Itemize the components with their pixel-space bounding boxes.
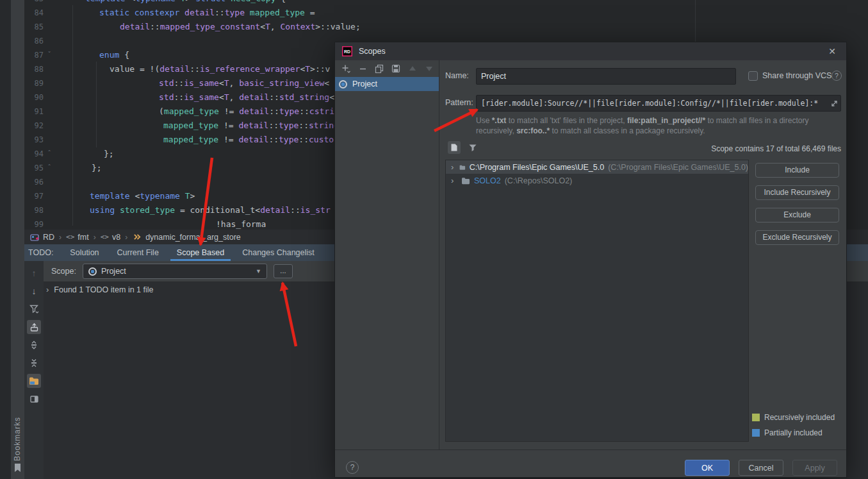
breadcrumb-label: v8	[112, 233, 120, 242]
move-up-icon[interactable]	[407, 63, 418, 74]
scope-details-panel: Name: Project Share through VCS ? Patter…	[439, 60, 848, 450]
preview-source-icon[interactable]	[27, 392, 41, 406]
solution-icon	[29, 232, 40, 242]
bookmark-icon[interactable]	[13, 464, 22, 475]
tree-row-solo2[interactable]: › SOLO2 (C:\Repos\SOLO2)	[446, 174, 748, 187]
close-icon[interactable]: ✕	[826, 45, 839, 58]
class-icon	[132, 232, 142, 242]
tab-changes-changelist[interactable]: Changes Changelist	[233, 244, 323, 261]
breadcrumb-separator: ›	[59, 233, 61, 242]
breadcrumb-separator: ›	[125, 233, 127, 242]
group-by-modules-icon[interactable]	[27, 374, 41, 388]
legend-green-swatch	[752, 414, 760, 421]
tab-solution[interactable]: Solution	[61, 244, 108, 261]
pattern-field[interactable]: [rider.module]:Source//*||file[rider.mod…	[476, 95, 841, 112]
dialog-footer: ? OK Cancel Apply	[335, 450, 846, 477]
name-label: Name:	[445, 71, 469, 80]
tree-row-ue5[interactable]: › C:\Program Files\Epic Games\UE_5.0 (C:…	[446, 160, 748, 174]
code-line: 83template <typename T> struct need_copy…	[24, 0, 868, 6]
pattern-help-text: Use *.txt to match all 'txt' files in th…	[476, 115, 839, 136]
scope-combobox-value: Project	[101, 267, 126, 276]
dialog-titlebar: RD Scopes ✕	[335, 42, 846, 60]
namespace-icon: <>	[66, 233, 74, 241]
scopes-dialog: RD Scopes ✕	[334, 42, 847, 478]
share-vcs-checkbox[interactable]	[748, 71, 758, 81]
breadcrumb-label: RD	[43, 233, 54, 242]
tab-scope-based[interactable]: Scope Based	[168, 244, 233, 261]
todo-toolbar: ↑ ↓	[24, 261, 44, 479]
breadcrumb-namespace-v8[interactable]: <> v8	[101, 233, 120, 242]
share-vcs-label: Share through VCS	[762, 71, 831, 80]
move-down-icon[interactable]	[424, 63, 434, 74]
code-line: 85detail::mapped_type_constant<T, Contex…	[24, 20, 868, 34]
legend-label: Recursively included	[764, 413, 835, 422]
tree-toolbar	[448, 141, 479, 154]
legend-recursively-included: Recursively included	[752, 413, 835, 422]
code-line: 84static constexpr detail::type mapped_t…	[24, 6, 868, 20]
scope-label: Scope:	[51, 267, 76, 276]
chevron-down-icon: ▼	[256, 268, 261, 274]
tree-item-name: SOLO2	[474, 176, 501, 185]
scope-icon	[339, 80, 347, 88]
ok-button[interactable]: OK	[685, 460, 730, 476]
dialog-title: Scopes	[359, 47, 386, 56]
name-field-value: Project	[481, 72, 506, 81]
breadcrumb-label: dynamic_format_arg_store	[145, 233, 241, 242]
filter-files-icon[interactable]	[466, 141, 479, 154]
chevron-right-icon[interactable]: ›	[46, 285, 49, 294]
include-button[interactable]: Include	[755, 163, 839, 178]
exclude-recursively-button[interactable]: Exclude Recursively	[755, 230, 839, 245]
filter-todo-icon[interactable]	[27, 302, 41, 316]
rider-window: Bookmarks 83template <typename T> struct…	[0, 0, 868, 479]
expand-all-icon[interactable]	[27, 338, 41, 352]
include-recursively-button[interactable]: Include Recursively	[755, 185, 839, 200]
scope-combobox[interactable]: Project ▼	[83, 264, 267, 279]
previous-todo-icon[interactable]: ↑	[27, 266, 41, 280]
todo-found-row[interactable]: › Found 1 TODO item in 1 file	[46, 285, 154, 294]
breadcrumb-solution[interactable]: RD	[29, 232, 54, 242]
tree-item-name: C:\Program Files\Epic Games\UE_5.0	[470, 163, 605, 172]
apply-button[interactable]: Apply	[792, 460, 837, 476]
rider-logo: RD	[342, 46, 352, 56]
cancel-button[interactable]: Cancel	[739, 460, 783, 476]
scope-list-item-project[interactable]: Project	[335, 77, 439, 91]
breadcrumb-label: fmt	[78, 233, 88, 242]
breadcrumb-namespace-fmt[interactable]: <> fmt	[66, 233, 89, 242]
help-icon[interactable]: ?	[346, 461, 359, 474]
legend-blue-swatch	[752, 429, 760, 437]
name-field[interactable]: Project	[476, 68, 736, 85]
copy-scope-icon[interactable]	[374, 63, 384, 74]
project-tree[interactable]: › C:\Program Files\Epic Games\UE_5.0 (C:…	[445, 160, 749, 442]
next-todo-icon[interactable]: ↓	[27, 284, 41, 298]
bookmarks-stripe-label[interactable]: Bookmarks	[13, 417, 22, 461]
pattern-field-value: [rider.module]:Source//*||file[rider.mod…	[481, 99, 818, 108]
scroll-to-source-icon[interactable]	[27, 320, 41, 334]
namespace-icon: <>	[101, 233, 109, 241]
todo-title: TODO:	[28, 248, 53, 257]
breadcrumb-separator: ›	[94, 233, 96, 242]
save-scope-icon[interactable]	[391, 63, 401, 74]
chevron-right-icon[interactable]: ›	[451, 176, 457, 185]
add-scope-icon[interactable]	[341, 63, 351, 74]
tree-item-path: (C:\Repos\SOLO2)	[505, 176, 573, 185]
breadcrumb-class[interactable]: dynamic_format_arg_store	[132, 232, 241, 242]
found-text: Found 1 TODO item in 1 file	[54, 285, 153, 294]
legend-label: Partially included	[764, 428, 823, 437]
pattern-label: Pattern:	[445, 98, 473, 107]
scopes-list-toolbar	[335, 60, 439, 77]
collapse-all-icon[interactable]	[27, 356, 41, 370]
vcs-help-icon[interactable]: ?	[831, 71, 842, 81]
window-edge-stripe	[0, 0, 11, 479]
scope-item-label: Project	[352, 80, 377, 88]
expand-pattern-icon[interactable]	[830, 99, 839, 110]
chevron-right-icon[interactable]: ›	[451, 162, 455, 172]
tab-current-file[interactable]: Current File	[108, 244, 168, 261]
show-files-icon[interactable]	[448, 141, 461, 154]
exclude-button[interactable]: Exclude	[755, 208, 839, 223]
folder-icon	[459, 164, 466, 171]
legend-partially-included: Partially included	[752, 428, 823, 437]
scopes-list-panel: Project	[335, 60, 439, 450]
edit-scopes-button[interactable]: ...	[274, 264, 293, 278]
tool-window-stripe: Bookmarks	[11, 0, 24, 479]
remove-scope-icon[interactable]	[357, 63, 368, 74]
